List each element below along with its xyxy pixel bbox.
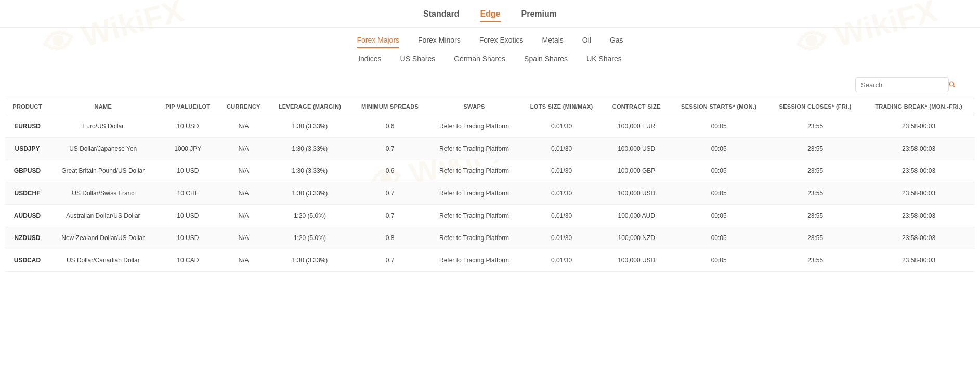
cell-row2-col0: GBPUSD xyxy=(5,160,49,182)
table-row: EURUSDEuro/US Dollar10 USDN/A1:30 (3.33%… xyxy=(5,115,975,138)
svg-point-0 xyxy=(949,82,953,86)
cell-row6-col5: 0.7 xyxy=(351,249,428,272)
nav-metals[interactable]: Metals xyxy=(542,36,564,48)
cell-row5-col8: 100,000 NZD xyxy=(603,227,670,249)
cell-row1-col4: 1:30 (3.33%) xyxy=(268,138,351,160)
search-container xyxy=(0,72,980,98)
search-input[interactable] xyxy=(861,81,948,89)
table-header-row: PRODUCT NAME PIP VALUE/LOT CURRENCY LEVE… xyxy=(5,98,975,115)
cell-row1-col0: USDJPY xyxy=(5,138,49,160)
cell-row5-col1: New Zealand Dollar/US Dollar xyxy=(49,227,156,249)
nav-row2: Indices US Shares German Shares Spain Sh… xyxy=(0,51,980,72)
cell-row6-col1: US Dollar/Canadian Dollar xyxy=(49,249,156,272)
cell-row5-col9: 00:05 xyxy=(670,227,768,249)
cell-row6-col8: 100,000 USD xyxy=(603,249,670,272)
cell-row4-col9: 00:05 xyxy=(670,205,768,227)
cell-row0-col3: N/A xyxy=(219,115,268,138)
cell-row1-col7: 0.01/30 xyxy=(520,138,603,160)
col-swaps: SWAPS xyxy=(428,98,520,115)
cell-row0-col0: EURUSD xyxy=(5,115,49,138)
cell-row2-col1: Great Britain Pound/US Dollar xyxy=(49,160,156,182)
tab-premium[interactable]: Premium xyxy=(521,9,557,22)
cell-row6-col4: 1:30 (3.33%) xyxy=(268,249,351,272)
nav-spain-shares[interactable]: Spain Shares xyxy=(524,55,568,66)
cell-row5-col11: 23:58-00:03 xyxy=(863,227,975,249)
cell-row2-col10: 23:55 xyxy=(768,160,863,182)
cell-row3-col3: N/A xyxy=(219,182,268,205)
cell-row0-col4: 1:30 (3.33%) xyxy=(268,115,351,138)
nav-forex-minors[interactable]: Forex Minors xyxy=(418,36,461,48)
cell-row2-col5: 0.6 xyxy=(351,160,428,182)
col-leverage: LEVERAGE (MARGIN) xyxy=(268,98,351,115)
main-container: Standard Edge Premium Forex Majors Forex… xyxy=(0,0,980,272)
tab-standard[interactable]: Standard xyxy=(423,9,459,22)
cell-row5-col5: 0.8 xyxy=(351,227,428,249)
cell-row3-col7: 0.01/30 xyxy=(520,182,603,205)
cell-row6-col6: Refer to Trading Platform xyxy=(428,249,520,272)
nav-forex-exotics[interactable]: Forex Exotics xyxy=(479,36,524,48)
cell-row3-col2: 10 CHF xyxy=(157,182,219,205)
cell-row0-col11: 23:58-00:03 xyxy=(863,115,975,138)
forex-table: PRODUCT NAME PIP VALUE/LOT CURRENCY LEVE… xyxy=(5,98,975,272)
col-session-starts: SESSION STARTS* (MON.) xyxy=(670,98,768,115)
nav-forex-majors[interactable]: Forex Majors xyxy=(357,36,399,48)
cell-row6-col9: 00:05 xyxy=(670,249,768,272)
col-session-closes: SESSION CLOSES* (FRI.) xyxy=(768,98,863,115)
svg-line-1 xyxy=(953,86,955,87)
table-body: EURUSDEuro/US Dollar10 USDN/A1:30 (3.33%… xyxy=(5,115,975,272)
cell-row5-col7: 0.01/30 xyxy=(520,227,603,249)
nav-oil[interactable]: Oil xyxy=(582,36,591,48)
cell-row2-col9: 00:05 xyxy=(670,160,768,182)
cell-row4-col2: 10 USD xyxy=(157,205,219,227)
cell-row0-col5: 0.6 xyxy=(351,115,428,138)
cell-row6-col11: 23:58-00:03 xyxy=(863,249,975,272)
cell-row3-col11: 23:58-00:03 xyxy=(863,182,975,205)
data-table-wrapper: PRODUCT NAME PIP VALUE/LOT CURRENCY LEVE… xyxy=(0,98,980,272)
cell-row4-col4: 1:20 (5.0%) xyxy=(268,205,351,227)
col-trading-break: TRADING BREAK* (MON.-FRI.) xyxy=(863,98,975,115)
cell-row1-col11: 23:58-00:03 xyxy=(863,138,975,160)
table-row: USDCHFUS Dollar/Swiss Franc10 CHFN/A1:30… xyxy=(5,182,975,205)
cell-row4-col3: N/A xyxy=(219,205,268,227)
cell-row5-col6: Refer to Trading Platform xyxy=(428,227,520,249)
cell-row4-col6: Refer to Trading Platform xyxy=(428,205,520,227)
nav-gas[interactable]: Gas xyxy=(610,36,623,48)
cell-row6-col10: 23:55 xyxy=(768,249,863,272)
nav-us-shares[interactable]: US Shares xyxy=(400,55,436,66)
cell-row3-col8: 100,000 USD xyxy=(603,182,670,205)
cell-row1-col8: 100,000 USD xyxy=(603,138,670,160)
cell-row1-col9: 00:05 xyxy=(670,138,768,160)
cell-row2-col4: 1:30 (3.33%) xyxy=(268,160,351,182)
table-row: USDCADUS Dollar/Canadian Dollar10 CADN/A… xyxy=(5,249,975,272)
cell-row3-col10: 23:55 xyxy=(768,182,863,205)
tab-edge[interactable]: Edge xyxy=(480,9,500,22)
cell-row2-col8: 100,000 GBP xyxy=(603,160,670,182)
cell-row5-col10: 23:55 xyxy=(768,227,863,249)
cell-row3-col5: 0.7 xyxy=(351,182,428,205)
search-icon xyxy=(948,81,956,89)
nav-uk-shares[interactable]: UK Shares xyxy=(586,55,622,66)
cell-row3-col1: US Dollar/Swiss Franc xyxy=(49,182,156,205)
table-row: GBPUSDGreat Britain Pound/US Dollar10 US… xyxy=(5,160,975,182)
cell-row2-col7: 0.01/30 xyxy=(520,160,603,182)
nav-german-shares[interactable]: German Shares xyxy=(454,55,505,66)
cell-row1-col3: N/A xyxy=(219,138,268,160)
col-currency: CURRENCY xyxy=(219,98,268,115)
cell-row5-col3: N/A xyxy=(219,227,268,249)
cell-row1-col1: US Dollar/Japanese Yen xyxy=(49,138,156,160)
cell-row0-col8: 100,000 EUR xyxy=(603,115,670,138)
cell-row4-col8: 100,000 AUD xyxy=(603,205,670,227)
nav-indices[interactable]: Indices xyxy=(358,55,381,66)
col-pip: PIP VALUE/LOT xyxy=(157,98,219,115)
cell-row0-col1: Euro/US Dollar xyxy=(49,115,156,138)
cell-row3-col4: 1:30 (3.33%) xyxy=(268,182,351,205)
cell-row1-col5: 0.7 xyxy=(351,138,428,160)
cell-row2-col6: Refer to Trading Platform xyxy=(428,160,520,182)
cell-row1-col10: 23:55 xyxy=(768,138,863,160)
table-row: USDJPYUS Dollar/Japanese Yen1000 JPYN/A1… xyxy=(5,138,975,160)
cell-row6-col2: 10 CAD xyxy=(157,249,219,272)
cell-row2-col2: 10 USD xyxy=(157,160,219,182)
table-row: NZDUSDNew Zealand Dollar/US Dollar10 USD… xyxy=(5,227,975,249)
cell-row4-col7: 0.01/30 xyxy=(520,205,603,227)
col-name: NAME xyxy=(49,98,156,115)
